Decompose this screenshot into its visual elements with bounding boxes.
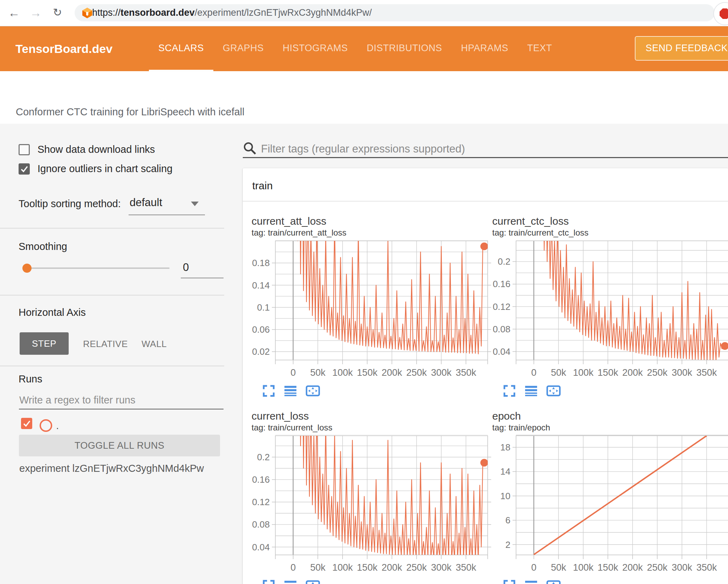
svg-text:14: 14 [500, 466, 510, 477]
brand-title: TensorBoard.dev [15, 26, 112, 71]
runs-filter-underline [19, 409, 224, 409]
svg-text:300k: 300k [672, 367, 692, 378]
svg-text:250k: 250k [406, 562, 427, 573]
svg-text:0.12: 0.12 [493, 301, 510, 312]
svg-text:0: 0 [290, 367, 296, 378]
smoothing-slider-thumb[interactable] [22, 264, 32, 273]
fit-domain-icon[interactable] [546, 579, 561, 584]
tab-graphs[interactable]: GRAPHS [213, 26, 273, 71]
reload-icon[interactable]: ↻ [48, 4, 67, 22]
runs-filter-input[interactable]: Write a regex to filter runs [19, 394, 135, 406]
log-scale-icon[interactable] [524, 384, 538, 398]
smoothing-slider-track[interactable] [27, 267, 170, 269]
run-name: . [56, 420, 59, 432]
browser-extension-icon[interactable] [713, 2, 728, 25]
tab-text[interactable]: TEXT [518, 26, 562, 71]
divider [0, 366, 224, 366]
tensorboard-favicon-icon [82, 7, 93, 20]
svg-text:0.06: 0.06 [252, 324, 270, 335]
url-path: /experiment/lzGnETjwRxC3yghNMd4kPw/ [195, 7, 372, 18]
smoothing-value[interactable]: 0 [183, 261, 189, 274]
toggle-all-runs-button[interactable]: TOGGLE ALL RUNS [19, 435, 220, 456]
ignore-outliers-checkbox-row[interactable]: Ignore outliers in chart scaling [19, 163, 172, 175]
svg-text:350k: 350k [456, 367, 476, 378]
svg-text:150k: 150k [598, 562, 618, 573]
fullscreen-icon[interactable] [503, 579, 516, 584]
experiment-id-label: experiment lzGnETjwRxC3yghNMd4kPw [19, 463, 204, 474]
section-title[interactable]: train [252, 180, 273, 192]
log-scale-icon[interactable] [284, 384, 297, 398]
log-scale-icon[interactable] [284, 579, 297, 584]
settings-sidebar: Show data download links Ignore outliers… [0, 124, 231, 584]
fullscreen-icon[interactable] [503, 384, 516, 398]
tab-histograms[interactable]: HISTOGRAMS [273, 26, 357, 71]
chart-plot-area[interactable]: 0.040.080.120.160.2050k100k150k200k250k3… [252, 435, 492, 575]
svg-text:0.2: 0.2 [498, 256, 510, 267]
svg-text:10: 10 [500, 491, 510, 501]
back-icon[interactable]: ← [5, 4, 23, 22]
filter-tags-input[interactable]: Filter tags (regular expressions support… [243, 141, 728, 157]
chart-title: current_loss [252, 410, 492, 422]
svg-text:200k: 200k [382, 367, 402, 378]
tab-bar: SCALARS GRAPHS HISTOGRAMS DISTRIBUTIONS … [149, 26, 562, 71]
main-content: Filter tags (regular expressions support… [231, 124, 728, 584]
svg-text:50k: 50k [551, 367, 566, 378]
run-color-circle-icon[interactable] [40, 419, 52, 432]
svg-text:0.12: 0.12 [252, 497, 270, 507]
svg-text:50k: 50k [310, 562, 325, 573]
fit-domain-icon[interactable] [546, 384, 561, 398]
svg-text:250k: 250k [647, 562, 668, 573]
chart-tag: tag: train/current_loss [252, 423, 492, 433]
tab-hparams[interactable]: HPARAMS [452, 26, 518, 71]
run-checkbox-checked-icon[interactable] [21, 418, 32, 429]
svg-text:100k: 100k [573, 367, 593, 378]
svg-text:6: 6 [506, 515, 510, 525]
tab-distributions[interactable]: DISTRIBUTIONS [357, 26, 452, 71]
svg-text:18: 18 [500, 442, 510, 453]
ignore-outliers-label: Ignore outliers in chart scaling [37, 163, 172, 175]
tooltip-sorting-dropdown[interactable]: default [130, 196, 162, 209]
svg-text:0: 0 [531, 562, 536, 573]
forward-icon[interactable]: → [27, 4, 45, 22]
svg-text:0.18: 0.18 [252, 258, 270, 268]
train-section-card: train current_att_loss tag: train/curren… [243, 168, 728, 584]
svg-text:200k: 200k [622, 562, 643, 573]
experiment-title-bar: Conformer CTC training for LibriSpeech w… [0, 71, 728, 124]
svg-text:0.14: 0.14 [252, 280, 270, 291]
checkbox-checked-icon[interactable] [19, 163, 30, 175]
chart-plot-area[interactable]: 0.040.080.120.160.2050k100k150k200k250k3… [492, 240, 728, 380]
svg-text:300k: 300k [431, 562, 452, 573]
url-bar[interactable]: https://tensorboard.dev/experiment/lzGnE… [75, 4, 715, 21]
svg-text:300k: 300k [672, 562, 692, 573]
chart-card-current-att-loss: current_att_loss tag: train/current_att_… [252, 210, 492, 398]
axis-wall-button[interactable]: WALL [142, 339, 167, 349]
svg-text:0.02: 0.02 [252, 346, 270, 357]
svg-text:300k: 300k [431, 367, 452, 378]
chart-tag: tag: train/current_att_loss [252, 228, 492, 238]
chart-plot-area[interactable]: 26101418050k100k150k200k250k300k350k [492, 435, 728, 575]
url-text: https://tensorboard.dev/experiment/lzGnE… [92, 7, 372, 18]
chart-card-current-loss: current_loss tag: train/current_loss 0.0… [252, 405, 492, 584]
fit-domain-icon[interactable] [305, 384, 320, 398]
run-row[interactable] [21, 418, 32, 429]
chart-toolbar [262, 384, 492, 398]
fullscreen-icon[interactable] [262, 384, 275, 398]
svg-text:250k: 250k [647, 367, 668, 378]
axis-step-button[interactable]: STEP [20, 332, 69, 355]
send-feedback-button[interactable]: SEND FEEDBACK [635, 36, 728, 61]
axis-relative-button[interactable]: RELATIVE [83, 339, 128, 349]
show-download-links-checkbox-row[interactable]: Show data download links [19, 144, 155, 155]
chart-plot-area[interactable]: 0.020.060.10.140.18050k100k150k200k250k3… [252, 240, 492, 380]
chart-title: current_ctc_loss [492, 215, 728, 227]
svg-text:50k: 50k [551, 562, 566, 573]
fullscreen-icon[interactable] [262, 579, 275, 584]
smoothing-value-underline [181, 278, 224, 278]
chevron-down-icon[interactable] [191, 202, 199, 206]
fit-domain-icon[interactable] [305, 579, 320, 584]
checkbox-unchecked-icon[interactable] [19, 144, 30, 155]
divider [0, 295, 224, 296]
log-scale-icon[interactable] [524, 579, 538, 584]
svg-text:0.2: 0.2 [257, 452, 270, 462]
tab-scalars[interactable]: SCALARS [149, 26, 213, 71]
chart-card-epoch: epoch tag: train/epoch 26101418050k100k1… [492, 405, 728, 584]
